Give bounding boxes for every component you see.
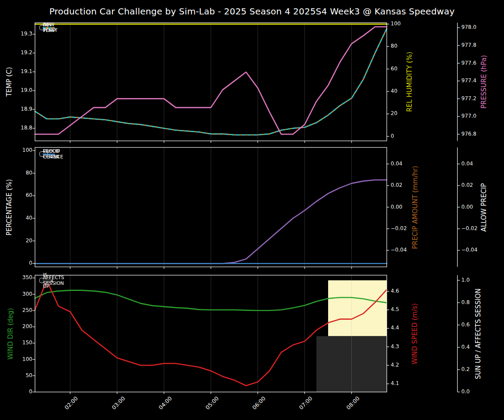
axis-title-precip-amount-mm-hr: PRECIP AMOUNT (mm/hr) bbox=[411, 165, 419, 248]
hum-tick-label: 0 bbox=[391, 133, 394, 139]
spd-tick-label: 4.3 bbox=[391, 343, 399, 350]
spd-tick-label: 4.1 bbox=[391, 380, 399, 386]
hum-tick-label: 40 bbox=[391, 88, 397, 94]
amt-tick-label: −0.04 bbox=[391, 247, 407, 253]
sun-tick-label: 0.6 bbox=[462, 322, 470, 328]
sun-tick-label: 1.0 bbox=[462, 277, 470, 283]
spd-tick-label: 4.2 bbox=[391, 362, 399, 368]
spd-tick-label: 4.5 bbox=[391, 306, 399, 312]
hum-tick-label: 20 bbox=[391, 110, 397, 116]
deg-tick-label: 300 bbox=[0, 291, 32, 297]
amt-tick-label: 0.02 bbox=[391, 182, 402, 188]
legend-label: PRECIP CHANCE bbox=[43, 148, 63, 160]
axis-title-allow-precip: ALLOW PRECIP bbox=[480, 183, 488, 231]
legend: CLOUD COVERPRECIP CHANCE bbox=[39, 151, 48, 157]
pct-tick-label: 100 bbox=[0, 147, 32, 153]
deg-tick-label: 100 bbox=[0, 356, 32, 362]
press-tick-label: 977.4 bbox=[462, 77, 476, 84]
allow-tick-label: −0.02 bbox=[462, 225, 478, 231]
sun-tick-label: 0.4 bbox=[462, 344, 470, 350]
deg-tick-label: 250 bbox=[0, 307, 32, 313]
sun-tick-label: 0.2 bbox=[462, 366, 470, 372]
pct-tick-label: 80 bbox=[0, 170, 32, 176]
press-tick-label: 977.0 bbox=[462, 113, 476, 119]
allow-tick-label: 0.02 bbox=[462, 182, 473, 188]
deg-tick-label: 200 bbox=[0, 323, 32, 329]
pct-tick-label: 20 bbox=[0, 238, 32, 244]
axis-title-temp-c: TEMP (C) bbox=[5, 67, 13, 97]
legend: AIR TEMPDEW POINT bbox=[39, 25, 48, 30]
axis-title-wind-dir-deg: WIND DIR (deg) bbox=[7, 308, 14, 360]
hum-tick-label: 60 bbox=[391, 66, 397, 72]
axis-title-pressure-hpa: PRESSURE (hPa) bbox=[480, 55, 488, 108]
axis-title-sun-up-affects-session: SUN UP / AFFECTS SESSION bbox=[474, 288, 482, 379]
press-tick-label: 977.2 bbox=[462, 95, 476, 102]
hum-tick-label: 80 bbox=[391, 43, 397, 49]
spd-tick-label: 4.4 bbox=[391, 325, 399, 331]
band-is-sun-up bbox=[328, 280, 387, 336]
amt-tick-label: −0.02 bbox=[391, 225, 407, 231]
legend-label: DEW POINT bbox=[43, 22, 57, 33]
temp-tick-label: 19.2 bbox=[0, 49, 32, 56]
weather-forecast-figure: Production Car Challenge by Sim-Lab - 20… bbox=[0, 0, 504, 420]
deg-tick-label: 50 bbox=[0, 372, 32, 378]
allow-tick-label: 0.04 bbox=[462, 161, 473, 167]
press-tick-label: 977.8 bbox=[462, 42, 476, 48]
amt-tick-label: 0.04 bbox=[391, 161, 402, 167]
deg-tick-label: 350 bbox=[0, 274, 32, 280]
press-tick-label: 976.8 bbox=[462, 131, 476, 137]
legend-label: AFFECTS SESSION bbox=[43, 275, 64, 286]
amt-tick-label: 0.00 bbox=[391, 204, 402, 210]
axis-title-rel-humidity: REL HUMIDITY (%) bbox=[406, 52, 413, 112]
axis-title-wind-speed-m-s: WIND SPEED (m/s) bbox=[411, 303, 419, 364]
deg-tick-label: 150 bbox=[0, 340, 32, 346]
temp-tick-label: 18.8 bbox=[0, 125, 32, 131]
pct-tick-label: 0 bbox=[0, 260, 32, 266]
spd-tick-label: 4.6 bbox=[391, 288, 399, 294]
temp-tick-label: 18.9 bbox=[0, 106, 32, 112]
sun-tick-label: 0.0 bbox=[462, 388, 470, 395]
sun-tick-label: 0.8 bbox=[462, 299, 470, 305]
deg-tick-label: 0 bbox=[0, 388, 32, 395]
allow-tick-label: 0.00 bbox=[462, 204, 473, 210]
temp-tick-label: 19.3 bbox=[0, 31, 32, 37]
allow-tick-label: −0.04 bbox=[462, 247, 478, 253]
axis-title-percentage: PERCENTAGE (%) bbox=[5, 179, 13, 235]
hum-tick-label: 100 bbox=[391, 21, 401, 27]
press-tick-label: 978.0 bbox=[462, 24, 476, 30]
charts-canvas bbox=[0, 0, 504, 420]
legend: IS SUN UPAFFECTS SESSION bbox=[39, 278, 48, 283]
press-tick-label: 977.6 bbox=[462, 60, 476, 66]
